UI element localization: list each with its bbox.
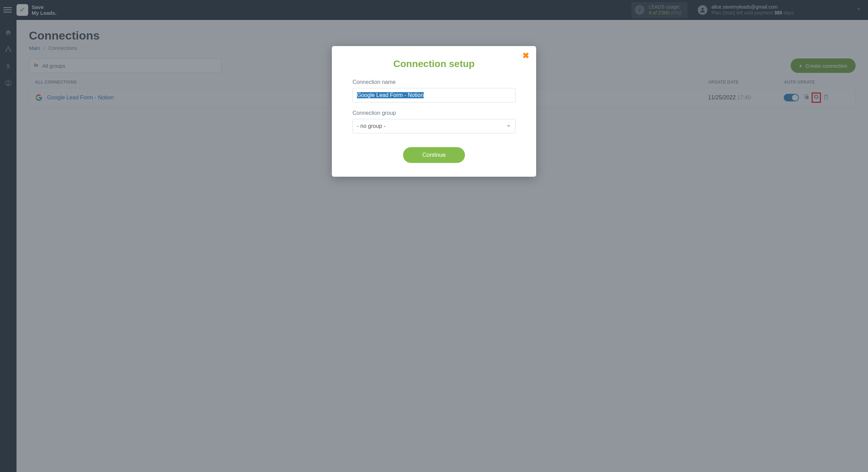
connection-group-select[interactable]: - no group - xyxy=(352,119,516,133)
chevron-down-icon xyxy=(506,123,511,129)
connection-name-input[interactable]: Google Lead Form - Notion xyxy=(352,88,516,102)
connection-group-label: Connection group xyxy=(352,110,516,116)
connection-setup-modal: ✖ Connection setup Connection name Googl… xyxy=(332,46,536,177)
close-icon[interactable]: ✖ xyxy=(522,51,529,61)
modal-title: Connection setup xyxy=(352,58,516,69)
continue-button[interactable]: Continue xyxy=(403,147,465,163)
modal-overlay[interactable]: ✖ Connection setup Connection name Googl… xyxy=(0,0,868,472)
connection-name-label: Connection name xyxy=(352,79,516,85)
